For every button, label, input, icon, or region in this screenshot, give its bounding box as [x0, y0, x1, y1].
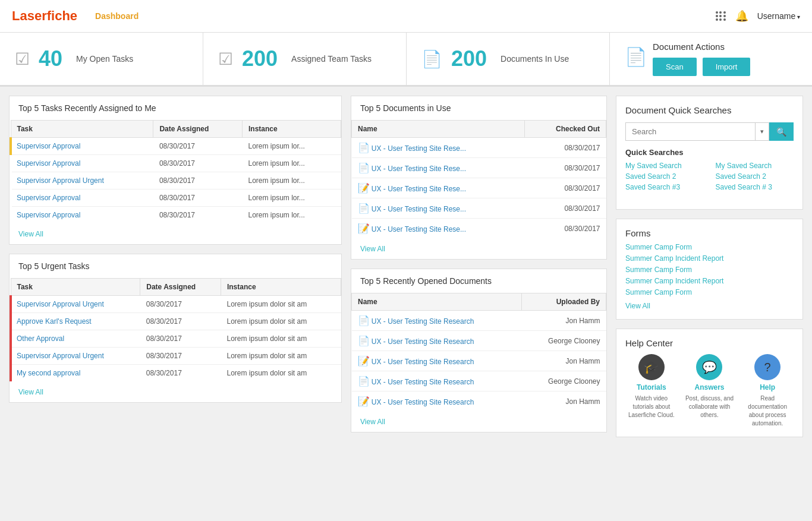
recent-col-uploader: Uploaded By	[521, 293, 606, 311]
forms-view-all[interactable]: View All	[625, 302, 650, 310]
table-row: Supervisor Approval Urgent 08/30/2017 Lo…	[11, 348, 341, 365]
help-grid: 🎓 Tutorials Watch video tutorials about …	[625, 354, 794, 428]
pdf-icon: 📄	[358, 336, 370, 346]
stat-docs-in-use: 📄 200 Documents In Use	[407, 33, 610, 85]
help-center-section: Help Center 🎓 Tutorials Watch video tuto…	[616, 329, 803, 437]
top5-tasks-view-all[interactable]: View All	[18, 230, 43, 238]
doc-in-use-link[interactable]: UX - User Testing Site Rese...	[372, 205, 466, 213]
word-icon: 📝	[358, 356, 370, 366]
doc-actions-icon: 📄	[625, 46, 647, 67]
form-link[interactable]: Summer Camp Form	[625, 243, 794, 251]
team-tasks-label: Assigned Team Tasks	[291, 54, 372, 64]
left-column: Top 5 Tasks Recently Assigned to Me Task…	[9, 96, 342, 437]
search-dropdown-button[interactable]: ▾	[756, 122, 769, 141]
top5-tasks-panel: Top 5 Tasks Recently Assigned to Me Task…	[9, 96, 342, 245]
username-label[interactable]: Username	[757, 11, 800, 21]
top5-docs-in-use-view-all[interactable]: View All	[360, 245, 385, 253]
open-tasks-icon: ☑	[15, 49, 30, 69]
open-tasks-number: 40	[39, 46, 62, 71]
top5-urgent-view-all[interactable]: View All	[18, 388, 43, 396]
urgent-task-link[interactable]: Other Approval	[17, 334, 64, 343]
tasks-col-instance: Instance	[242, 121, 341, 138]
team-tasks-icon: ☑	[218, 49, 233, 69]
doc-in-use-link[interactable]: UX - User Testing Site Rese...	[372, 144, 466, 153]
quick-search-link[interactable]: Saved Search 2	[625, 172, 704, 181]
quick-search-link[interactable]: My Saved Search	[625, 162, 704, 170]
doc-in-use-link[interactable]: UX - User Testing Site Rese...	[372, 165, 466, 173]
quick-search-link[interactable]: Saved Search #3	[625, 183, 704, 191]
table-row: 📄 UX - User Testing Site Rese... 08/30/2…	[352, 158, 606, 178]
top5-recent-view-all[interactable]: View All	[360, 418, 385, 426]
right-column: Document Quick Searches ▾ 🔍 Quick Search…	[616, 96, 803, 437]
task-link[interactable]: Supervisor Approval	[17, 159, 80, 168]
quick-search-link[interactable]: Saved Search # 3	[716, 183, 794, 191]
recent-doc-link[interactable]: UX - User Testing Site Research	[372, 398, 474, 406]
logo: Laserfiche	[12, 8, 77, 24]
urgent-task-link[interactable]: Approve Karl's Request	[17, 317, 92, 326]
nav-dashboard[interactable]: Dashboard	[95, 11, 139, 21]
tutorials-label[interactable]: Tutorials	[637, 383, 666, 391]
recent-doc-link[interactable]: UX - User Testing Site Research	[372, 378, 474, 386]
urgent-task-link[interactable]: Supervisor Approval Urgent	[17, 300, 104, 308]
urgent-task-link[interactable]: Supervisor Approval Urgent	[17, 352, 104, 360]
top5-recent-panel: Top 5 Recently Opened Documents Name Upl…	[351, 269, 607, 432]
form-link[interactable]: Summer Camp Form	[625, 266, 794, 274]
form-link[interactable]: Summer Camp Form	[625, 288, 794, 296]
table-row: 📄 UX - User Testing Site Rese... 08/30/2…	[352, 198, 606, 219]
quick-search-link[interactable]: My Saved Search	[716, 162, 794, 170]
top5-recent-table: Name Uploaded By 📄 UX - User Testing Sit…	[351, 293, 606, 411]
import-button[interactable]: Import	[703, 58, 751, 76]
header-right: 🔔 Username	[716, 10, 800, 23]
quick-searches-grid: My Saved SearchMy Saved SearchSaved Sear…	[625, 162, 794, 191]
table-row: Supervisor Approval 08/30/2017 Lorem ips…	[11, 190, 341, 207]
table-row: 📝 UX - User Testing Site Research Jon Ha…	[352, 351, 606, 371]
table-row: Supervisor Approval Urgent 08/30/2017 Lo…	[11, 172, 341, 190]
pdf-icon: 📄	[358, 163, 370, 173]
task-link[interactable]: Supervisor Approval Urgent	[17, 176, 104, 185]
answers-label[interactable]: Answers	[694, 383, 724, 391]
table-row: Supervisor Approval Urgent 08/30/2017 Lo…	[11, 296, 341, 313]
table-row: Supervisor Approval 08/30/2017 Lorem ips…	[11, 138, 341, 155]
table-row: 📝 UX - User Testing Site Research Jon Ha…	[352, 391, 606, 412]
forms-list: Summer Camp FormSummer Camp Incident Rep…	[625, 243, 794, 296]
table-row: Supervisor Approval 08/30/2017 Lorem ips…	[11, 207, 341, 224]
table-row: 📝 UX - User Testing Site Rese... 08/30/2…	[352, 219, 606, 239]
urgent-task-link[interactable]: My second approval	[17, 369, 80, 377]
doc-in-use-link[interactable]: UX - User Testing Site Rese...	[372, 185, 466, 193]
top5-urgent-table: Task Date Assigned Instance Supervisor A…	[10, 278, 341, 381]
docs-in-use-icon: 📄	[421, 49, 442, 69]
notification-bell-icon[interactable]: 🔔	[735, 10, 748, 23]
task-link[interactable]: Supervisor Approval	[17, 142, 80, 150]
help-label[interactable]: Help	[760, 383, 775, 391]
recent-doc-link[interactable]: UX - User Testing Site Research	[372, 337, 474, 346]
doc-actions-title: Document Actions	[653, 42, 750, 52]
scan-button[interactable]: Scan	[653, 58, 697, 76]
form-link[interactable]: Summer Camp Incident Report	[625, 254, 794, 263]
answers-icon: 💬	[696, 354, 722, 380]
stat-open-tasks: ☑ 40 My Open Tasks	[0, 33, 203, 85]
search-input[interactable]	[625, 122, 756, 141]
form-link[interactable]: Summer Camp Incident Report	[625, 277, 794, 285]
task-link[interactable]: Supervisor Approval	[17, 211, 80, 219]
open-tasks-label: My Open Tasks	[76, 54, 133, 64]
word-icon: 📝	[358, 183, 370, 193]
doc-in-use-link[interactable]: UX - User Testing Site Rese...	[372, 225, 466, 233]
search-submit-button[interactable]: 🔍	[769, 122, 794, 141]
pdf-icon: 📄	[358, 376, 370, 386]
recent-doc-link[interactable]: UX - User Testing Site Research	[372, 358, 474, 366]
tasks-col-task: Task	[11, 121, 153, 138]
apps-icon[interactable]	[716, 11, 726, 21]
quick-search-link[interactable]: Saved Search 2	[716, 172, 794, 181]
stat-row: ☑ 40 My Open Tasks ☑ 200 Assigned Team T…	[0, 33, 812, 87]
table-row: 📄 UX - User Testing Site Research George…	[352, 371, 606, 391]
table-row: Supervisor Approval 08/30/2017 Lorem ips…	[11, 155, 341, 172]
quick-search-section: Document Quick Searches ▾ 🔍 Quick Search…	[616, 96, 803, 210]
help-icon: ?	[754, 354, 780, 380]
tasks-col-date: Date Assigned	[153, 121, 243, 138]
team-tasks-number: 200	[242, 46, 278, 71]
top5-docs-in-use-table: Name Checked Out 📄 UX - User Testing Sit…	[351, 120, 606, 238]
recent-doc-link[interactable]: UX - User Testing Site Research	[372, 317, 474, 326]
table-row: 📄 UX - User Testing Site Research Jon Ha…	[352, 311, 606, 331]
task-link[interactable]: Supervisor Approval	[17, 194, 80, 202]
recent-col-name: Name	[352, 293, 522, 311]
